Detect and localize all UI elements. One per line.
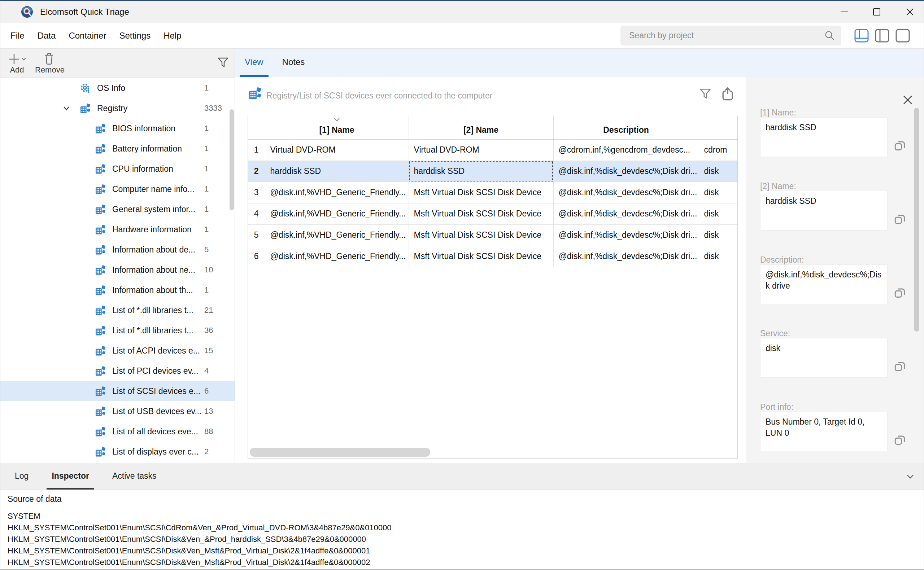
field-value[interactable]: harddisk SSD: [760, 191, 887, 230]
search-input[interactable]: [620, 26, 841, 46]
table-row[interactable]: 4@disk.inf,%VHD_Generic_Friendly...Msft …: [248, 203, 737, 224]
tree-item-information-about-de[interactable]: Information about de...5: [0, 239, 235, 260]
trash-icon: [35, 51, 63, 65]
copy-icon[interactable]: [893, 139, 906, 153]
copy-icon[interactable]: [893, 434, 906, 447]
menu-file[interactable]: File: [4, 23, 31, 48]
content-title: Registry/List of SCSI devices ever conne…: [266, 77, 492, 114]
table-cell[interactable]: disk: [699, 203, 737, 224]
table-cell[interactable]: Msft Virtual Disk SCSI Disk Device: [408, 203, 553, 224]
table-row[interactable]: 5@disk.inf,%VHD_Generic_Friendly...Msft …: [248, 224, 737, 246]
close-button[interactable]: [898, 4, 921, 20]
tree-item-computer-name-info[interactable]: Computer name info...1: [0, 179, 235, 199]
table-cell[interactable]: Virtual DVD-ROM: [265, 139, 408, 161]
tree-item-list-of-displays-ever-c[interactable]: List of displays ever c...2: [0, 441, 235, 462]
table-row[interactable]: 2harddisk SSDharddisk SSD@disk.inf,%disk…: [248, 161, 737, 182]
tree-item-bios-information[interactable]: BIOS information1: [0, 118, 235, 138]
chevron-down-icon[interactable]: [62, 104, 71, 113]
remove-label: Remove: [35, 65, 63, 75]
minimize-button[interactable]: [833, 4, 856, 20]
table-cell[interactable]: @cdrom.inf,%gencdrom_devdesc...: [553, 139, 699, 161]
table-cell[interactable]: Msft Virtual Disk SCSI Disk Device: [408, 182, 553, 203]
source-line: HKLM_SYSTEM\ControlSet001\Enum\SCSI\Disk…: [8, 545, 924, 557]
table-cell[interactable]: harddisk SSD: [408, 161, 553, 182]
tree-item-list-of-dll-libraries-t[interactable]: List of *.dll libraries t...21: [0, 300, 235, 320]
layout-left-bottom-button[interactable]: [854, 28, 869, 44]
tree-item-general-system-infor[interactable]: General system infor...1: [0, 199, 235, 219]
table-cell[interactable]: @disk.inf,%disk_devdesc%;Disk dri...: [553, 161, 699, 182]
tree-item-information-about-ne[interactable]: Information about ne...10: [0, 260, 235, 280]
tree-item-label: CPU information: [112, 159, 173, 179]
table-cell[interactable]: disk: [699, 224, 737, 246]
inspector-scrollbar[interactable]: [914, 108, 919, 331]
column-header[interactable]: Description: [553, 116, 699, 139]
table-cell[interactable]: disk: [699, 161, 737, 182]
copy-icon[interactable]: [893, 360, 906, 373]
table-cell[interactable]: @disk.inf,%VHD_Generic_Friendly...: [265, 182, 408, 203]
copy-icon[interactable]: [893, 213, 906, 226]
tree-item-battery-information[interactable]: Battery information1: [0, 138, 235, 159]
remove-button[interactable]: Remove: [35, 51, 63, 75]
bottom-tab-log[interactable]: Log: [5, 463, 38, 490]
registry-icon: [95, 446, 106, 457]
table-cell[interactable]: @disk.inf,%disk_devdesc%;Disk dri...: [553, 246, 699, 267]
table-row[interactable]: 3@disk.inf,%VHD_Generic_Friendly...Msft …: [248, 182, 737, 203]
tree-item-list-of-all-devices-eve[interactable]: List of all devices eve...88: [0, 421, 235, 441]
close-inspector-icon[interactable]: [901, 93, 915, 107]
table-row[interactable]: 6@disk.inf,%VHD_Generic_Friendly...Msft …: [248, 246, 737, 267]
copy-icon[interactable]: [893, 287, 906, 300]
field-value[interactable]: disk: [760, 338, 887, 378]
add-button[interactable]: Add: [5, 51, 29, 75]
tree-item-registry[interactable]: Registry3333: [0, 98, 235, 118]
maximize-button[interactable]: [865, 4, 888, 20]
tree-item-information-about-th[interactable]: Information about th...1: [0, 280, 235, 300]
field-value[interactable]: harddisk SSD: [760, 117, 887, 157]
tree-item-list-of-dll-libraries-t[interactable]: List of *.dll libraries t...36: [0, 320, 235, 340]
table-horizontal-scrollbar[interactable]: [250, 448, 430, 457]
table-cell[interactable]: @disk.inf,%VHD_Generic_Friendly...: [265, 246, 408, 267]
tree-item-list-of-usb-devices-ev[interactable]: List of USB devices ev...13: [0, 401, 235, 421]
tree-item-count: 5: [204, 239, 209, 260]
tab-view[interactable]: View: [239, 49, 269, 77]
menu-settings[interactable]: Settings: [113, 23, 157, 48]
table-cell[interactable]: Virtual DVD-ROM: [408, 139, 553, 161]
table-filter-icon[interactable]: [699, 88, 712, 101]
table-cell[interactable]: @disk.inf,%disk_devdesc%;Disk dri...: [553, 182, 699, 203]
table-row[interactable]: 1Virtual DVD-ROMVirtual DVD-ROM@cdrom.in…: [248, 139, 737, 161]
table-cell[interactable]: Msft Virtual Disk SCSI Disk Device: [408, 246, 553, 267]
column-header[interactable]: [2] Name: [408, 116, 553, 139]
menu-data[interactable]: Data: [31, 23, 63, 48]
table-cell[interactable]: @disk.inf,%disk_devdesc%;Disk dri...: [553, 224, 699, 246]
menu-help[interactable]: Help: [157, 23, 188, 48]
collapse-panel-icon[interactable]: [904, 470, 916, 483]
menu-bar: FileDataContainerSettingsHelp: [0, 23, 924, 49]
export-icon[interactable]: [720, 86, 735, 102]
tree-item-os-info[interactable]: iOS Info1: [0, 78, 235, 98]
field-value[interactable]: @disk.inf,%disk_devdesc%;Disk drive: [760, 264, 887, 304]
search-icon[interactable]: [824, 30, 836, 41]
bottom-tab-inspector[interactable]: Inspector: [42, 463, 98, 490]
table-cell[interactable]: @disk.inf,%VHD_Generic_Friendly...: [265, 224, 408, 246]
tree-item-list-of-scsi-devices-e[interactable]: List of SCSI devices e...6: [0, 381, 235, 401]
bottom-tab-strip: LogInspectorActive tasks: [0, 463, 924, 490]
tree-scrollbar[interactable]: [230, 109, 234, 210]
table-cell[interactable]: disk: [699, 182, 737, 203]
column-header[interactable]: [1] Name: [265, 116, 408, 139]
table-cell[interactable]: @disk.inf,%disk_devdesc%;Disk dri...: [553, 203, 699, 224]
tab-notes[interactable]: Notes: [277, 49, 310, 77]
tree-filter-icon[interactable]: [217, 57, 229, 70]
tree-item-cpu-information[interactable]: CPU information1: [0, 159, 235, 179]
layout-single-button[interactable]: [895, 28, 910, 44]
table-cell[interactable]: Msft Virtual Disk SCSI Disk Device: [408, 224, 553, 246]
tree-item-hardware-information[interactable]: Hardware information1: [0, 219, 235, 239]
table-cell[interactable]: cdrom: [699, 139, 737, 161]
tree-item-list-of-acpi-devices-e[interactable]: List of ACPI devices e...15: [0, 340, 235, 361]
field-value[interactable]: Bus Number 0, Target Id 0, LUN 0: [760, 412, 887, 451]
table-cell[interactable]: harddisk SSD: [265, 161, 408, 182]
menu-container[interactable]: Container: [62, 23, 113, 48]
layout-split-button[interactable]: [875, 28, 889, 44]
bottom-tab-active-tasks[interactable]: Active tasks: [103, 463, 166, 490]
table-cell[interactable]: disk: [699, 246, 737, 267]
tree-item-list-of-pci-devices-ev[interactable]: List of PCI devices ev...4: [0, 361, 235, 381]
table-cell[interactable]: @disk.inf,%VHD_Generic_Friendly...: [265, 203, 408, 224]
